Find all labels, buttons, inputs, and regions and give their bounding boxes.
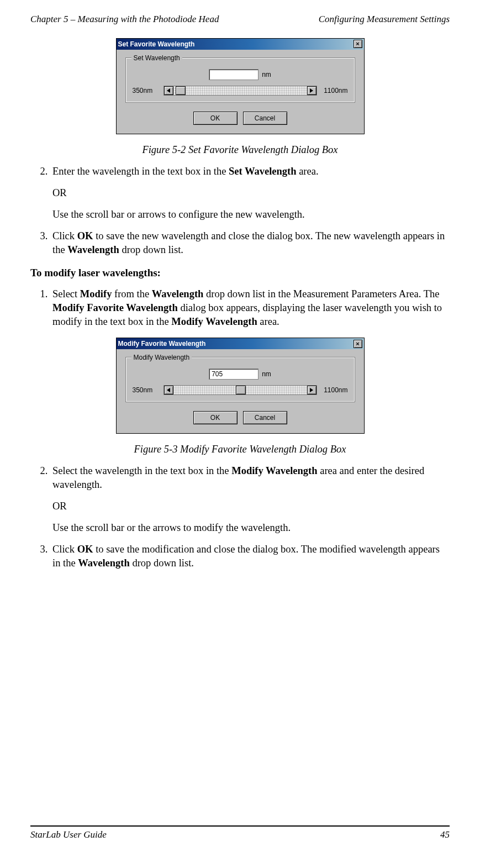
footer-left: StarLab User Guide xyxy=(30,829,107,841)
figure-5-3: Modify Favorite Wavelength × Modify Wave… xyxy=(30,338,450,434)
ok-button[interactable]: OK xyxy=(193,411,238,424)
unit-label: nm xyxy=(262,370,271,378)
figure-5-2: Set Favorite Wavelength × Set Wavelength… xyxy=(30,38,450,134)
dialog-titlebar[interactable]: Set Favorite Wavelength × xyxy=(117,39,364,50)
min-label: 350nm xyxy=(133,86,160,95)
dialog-titlebar[interactable]: Modify Favorite Wavelength × xyxy=(117,338,364,349)
modify-heading: To modify laser wavelengths: xyxy=(30,266,450,280)
wavelength-input[interactable] xyxy=(209,369,259,380)
steps-list-a: Enter the wavelength in the text box in … xyxy=(30,165,450,257)
modify-wavelength-group: Modify Wavelength nm 350nm 1100nm xyxy=(125,357,355,402)
set-wavelength-group: Set Wavelength nm 350nm 1100nm xyxy=(125,57,355,103)
step-2c: Select the wavelength in the text box in… xyxy=(50,464,450,535)
close-icon[interactable]: × xyxy=(354,340,362,348)
chevron-left-icon xyxy=(167,388,170,392)
header-right: Configuring Measurement Settings xyxy=(319,13,450,26)
chevron-right-icon xyxy=(310,88,313,93)
header-left: Chapter 5 – Measuring with the Photodiod… xyxy=(30,13,219,26)
footer-page-number: 45 xyxy=(440,829,450,841)
chevron-left-icon xyxy=(167,88,170,93)
close-icon[interactable]: × xyxy=(354,40,362,48)
scroll-track[interactable] xyxy=(173,86,307,95)
step-3: Click OK to save the new wavelength and … xyxy=(50,229,450,257)
max-label: 1100nm xyxy=(320,86,348,95)
max-label: 1100nm xyxy=(320,386,348,394)
scroll-right-button[interactable] xyxy=(307,86,317,95)
dialog-title: Set Favorite Wavelength xyxy=(118,40,195,49)
page-footer: StarLab User Guide 45 xyxy=(30,825,450,841)
scroll-thumb[interactable] xyxy=(236,386,246,394)
steps-list-c: Select the wavelength in the text box in… xyxy=(30,464,450,570)
step-3c: Click OK to save the modification and cl… xyxy=(50,543,450,570)
set-favorite-wavelength-dialog: Set Favorite Wavelength × Set Wavelength… xyxy=(116,38,365,134)
dialog-title: Modify Favorite Wavelength xyxy=(118,339,206,348)
cancel-button[interactable]: Cancel xyxy=(243,411,287,424)
group-legend: Set Wavelength xyxy=(131,54,182,62)
chevron-right-icon xyxy=(310,388,313,392)
ok-button[interactable]: OK xyxy=(193,112,238,125)
scroll-track[interactable] xyxy=(173,386,307,394)
scroll-left-button[interactable] xyxy=(164,386,173,394)
min-label: 350nm xyxy=(133,386,160,394)
cancel-button[interactable]: Cancel xyxy=(243,112,287,125)
wavelength-scrollbar[interactable] xyxy=(163,86,317,96)
step-2: Enter the wavelength in the text box in … xyxy=(50,165,450,222)
unit-label: nm xyxy=(262,70,271,79)
scroll-right-button[interactable] xyxy=(307,386,317,394)
scroll-left-button[interactable] xyxy=(164,86,173,95)
modify-favorite-wavelength-dialog: Modify Favorite Wavelength × Modify Wave… xyxy=(116,338,365,434)
steps-list-b: Select Modify from the Wavelength drop d… xyxy=(30,287,450,329)
group-legend: Modify Wavelength xyxy=(131,353,192,362)
wavelength-input[interactable] xyxy=(209,69,259,80)
wavelength-scrollbar[interactable] xyxy=(163,385,317,395)
figure-5-2-caption: Figure 5-2 Set Favorite Wavelength Dialo… xyxy=(30,143,450,157)
figure-5-3-caption: Figure 5-3 Modify Favorite Wavelength Di… xyxy=(30,443,450,456)
scroll-thumb[interactable] xyxy=(176,86,186,95)
step-1b: Select Modify from the Wavelength drop d… xyxy=(50,287,450,329)
page-header: Chapter 5 – Measuring with the Photodiod… xyxy=(30,13,450,26)
